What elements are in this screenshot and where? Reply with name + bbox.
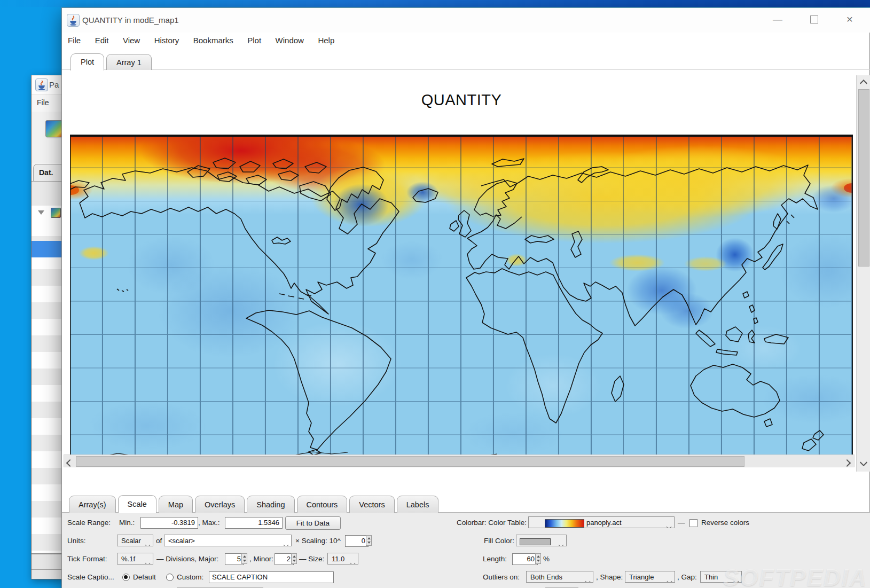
chevron-down-icon bbox=[586, 575, 590, 583]
scroll-left-icon[interactable] bbox=[67, 458, 73, 468]
gap-label: , Gap: bbox=[677, 573, 697, 581]
main-window-menubar: File bbox=[32, 95, 62, 112]
dataset-icon bbox=[51, 208, 61, 218]
scaling-spinner[interactable] bbox=[366, 535, 372, 546]
tick-size-combo[interactable]: 11.0 bbox=[327, 553, 358, 565]
color-table-swatch-icon bbox=[545, 519, 584, 528]
length-field[interactable]: 60 bbox=[512, 553, 538, 565]
menu-history[interactable]: History bbox=[148, 33, 185, 45]
main-window-statusbar bbox=[32, 553, 62, 579]
dash-separator: — bbox=[678, 519, 685, 527]
chevron-down-icon bbox=[146, 539, 150, 546]
length-unit-label: % bbox=[543, 555, 550, 563]
world-map-plot bbox=[70, 135, 853, 454]
main-window-toolbar: Creat bbox=[32, 112, 62, 163]
caption-custom-radio[interactable] bbox=[166, 574, 174, 581]
chevron-down-icon bbox=[668, 575, 671, 583]
plot-window-title: QUANTITY in modE_map1 bbox=[82, 15, 179, 25]
dataset-tree-header[interactable] bbox=[32, 206, 62, 219]
fit-to-data-button[interactable]: Fit to Data bbox=[285, 516, 341, 530]
main-window-title: Pa bbox=[49, 80, 59, 89]
scroll-up-icon[interactable] bbox=[861, 79, 866, 88]
menu-view[interactable]: View bbox=[117, 33, 146, 45]
dataset-variable-list[interactable] bbox=[32, 219, 62, 553]
chevron-down-icon bbox=[284, 539, 288, 546]
tab-overlays[interactable]: Overlays bbox=[195, 496, 245, 513]
caption-default-radio[interactable] bbox=[122, 574, 130, 581]
fill-color-combo[interactable] bbox=[516, 535, 567, 546]
plot-tab-bar: Plot Array 1 bbox=[70, 52, 154, 70]
maximize-icon bbox=[810, 15, 818, 23]
scale-max-field[interactable]: 1.5346 bbox=[225, 517, 283, 529]
outliers-label: Outliers on: bbox=[483, 573, 520, 581]
scale-range-label: Scale Range: bbox=[67, 519, 111, 527]
color-table-combo[interactable]: panoply.act bbox=[528, 516, 675, 528]
vertical-scrollbar[interactable] bbox=[856, 75, 870, 472]
shape-label: , Shape: bbox=[596, 573, 623, 581]
tab-labels[interactable]: Labels bbox=[397, 496, 439, 513]
tick-format-combo[interactable]: %.1f bbox=[117, 553, 153, 565]
scaling-label: × Scaling: 10^ bbox=[295, 537, 341, 545]
chevron-down-icon bbox=[667, 521, 671, 528]
caption-text-field[interactable]: SCALE CAPTION bbox=[209, 571, 334, 583]
tab-vectors[interactable]: Vectors bbox=[349, 496, 394, 513]
scale-min-field[interactable]: -0.3819 bbox=[140, 517, 198, 529]
units-label: Units: bbox=[67, 537, 86, 545]
menu-edit[interactable]: Edit bbox=[89, 33, 115, 45]
menu-file[interactable]: File bbox=[62, 33, 87, 45]
tab-scale[interactable]: Scale bbox=[118, 495, 156, 513]
graticule-grid bbox=[70, 135, 853, 454]
shape-combo[interactable]: Triangle bbox=[625, 571, 675, 583]
vertical-scrollbar-thumb[interactable] bbox=[858, 89, 869, 266]
tick-format-label: Tick Format: bbox=[67, 555, 107, 563]
main-window-titlebar[interactable]: Pa bbox=[32, 75, 62, 95]
menu-bookmarks[interactable]: Bookmarks bbox=[187, 33, 239, 45]
selected-variable-row[interactable] bbox=[32, 241, 62, 257]
chevron-down-icon bbox=[351, 557, 355, 565]
menu-plot[interactable]: Plot bbox=[241, 33, 267, 45]
maximize-button[interactable] bbox=[801, 8, 827, 30]
create-plot-icon[interactable] bbox=[45, 120, 62, 137]
minor-spinner[interactable] bbox=[291, 553, 297, 564]
scaling-exponent-field[interactable]: 0 bbox=[345, 535, 369, 547]
datasets-tab[interactable]: Dat. bbox=[33, 164, 62, 182]
datasets-toolbar-strip bbox=[32, 181, 62, 206]
scroll-down-icon[interactable] bbox=[861, 458, 866, 467]
tab-array-1[interactable]: Array 1 bbox=[106, 54, 152, 70]
fill-color-label: Fill Color: bbox=[484, 537, 514, 545]
of-label: of bbox=[156, 537, 162, 545]
major-spinner[interactable] bbox=[241, 553, 247, 564]
chevron-down-icon bbox=[559, 539, 563, 546]
scroll-right-icon[interactable] bbox=[844, 458, 850, 468]
tab-plot[interactable]: Plot bbox=[70, 53, 104, 70]
softpedia-watermark: SOFTPEDIA bbox=[723, 565, 867, 588]
tab-shading[interactable]: Shading bbox=[247, 496, 294, 513]
length-spinner[interactable] bbox=[535, 553, 541, 564]
plot-window-titlebar[interactable]: QUANTITY in modE_map1 — × bbox=[62, 8, 870, 33]
caption-default-label: Default bbox=[133, 573, 156, 581]
units-of-combo[interactable]: <scalar> bbox=[164, 535, 292, 546]
scale-caption-label: Scale Captio... bbox=[67, 573, 114, 581]
max-label: , Max.: bbox=[198, 519, 220, 527]
menu-help[interactable]: Help bbox=[312, 33, 340, 45]
desktop-background: Pa File Creat Dat. bbox=[0, 0, 870, 588]
tab-contours[interactable]: Contours bbox=[297, 496, 348, 513]
close-button[interactable]: × bbox=[836, 8, 863, 30]
menu-window[interactable]: Window bbox=[270, 33, 310, 45]
outliers-combo[interactable]: Both Ends bbox=[526, 571, 593, 583]
main-menu-file[interactable]: File bbox=[37, 98, 49, 107]
horizontal-scrollbar[interactable] bbox=[64, 454, 855, 467]
minimize-button[interactable]: — bbox=[764, 8, 791, 30]
divisions-label: — Divisions, Major: bbox=[156, 555, 218, 563]
plot-window-menubar: File Edit View History Bookmarks Plot Wi… bbox=[62, 33, 870, 50]
length-label: Length: bbox=[483, 555, 507, 563]
wallpaper-gradient-band bbox=[0, 0, 870, 7]
tab-map[interactable]: Map bbox=[159, 496, 193, 513]
units-combo[interactable]: Scalar bbox=[117, 535, 153, 546]
plot-window[interactable]: QUANTITY in modE_map1 — × File Edit View… bbox=[61, 7, 870, 588]
tree-expand-icon[interactable] bbox=[38, 210, 44, 215]
tab-arrays[interactable]: Array(s) bbox=[69, 496, 116, 513]
horizontal-scrollbar-thumb[interactable] bbox=[76, 456, 744, 467]
reverse-colors-checkbox[interactable] bbox=[689, 519, 697, 527]
panoply-main-window[interactable]: Pa File Creat Dat. bbox=[31, 75, 62, 579]
